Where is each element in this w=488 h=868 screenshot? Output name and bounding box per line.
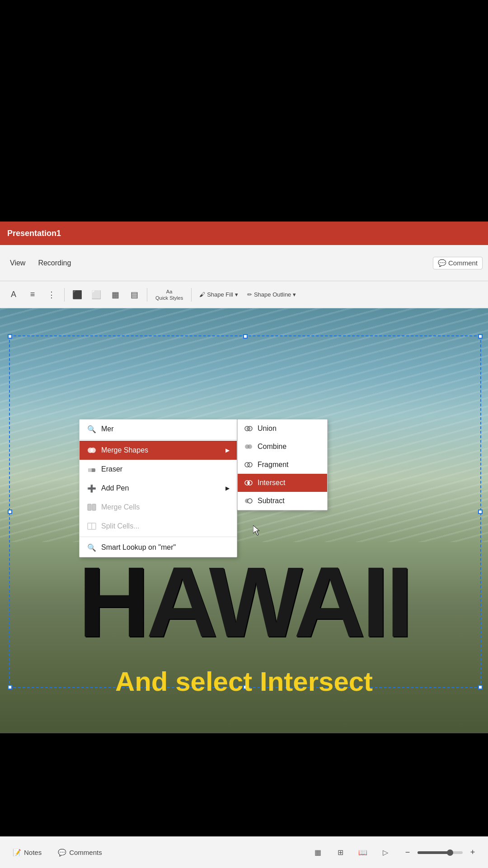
context-menu-item-smart-lookup[interactable]: 🔍 Smart Lookup on "mer"	[80, 538, 237, 557]
eraser-icon	[87, 464, 97, 474]
zoom-slider-fill	[418, 851, 449, 854]
svg-rect-5	[92, 504, 96, 510]
comment-button[interactable]: 💬 Comment	[433, 257, 483, 269]
smart-lookup-icon: 🔍	[87, 542, 97, 552]
align-justify-button[interactable]: ▤	[126, 287, 142, 303]
zoom-in-button[interactable]: +	[466, 846, 479, 859]
font-color-button[interactable]: A	[5, 287, 22, 303]
context-separator-1	[80, 439, 237, 440]
handle-mid-left[interactable]	[8, 509, 12, 514]
split-cells-icon	[87, 521, 97, 531]
zoom-slider[interactable]	[418, 851, 463, 854]
shape-fill-label: Shape Fill	[207, 291, 233, 298]
bottom-black-area	[0, 733, 488, 819]
submenu-combine-label: Combine	[258, 443, 286, 451]
align-right-button[interactable]: ▦	[107, 287, 123, 303]
slide-show-button[interactable]: ▷	[379, 846, 392, 859]
top-black-area	[0, 0, 488, 222]
zoom-out-button[interactable]: −	[401, 846, 414, 859]
intersect-icon	[244, 478, 253, 487]
shape-fill-icon: 🖌	[199, 291, 205, 298]
submenu-item-union[interactable]: Union	[238, 420, 327, 438]
merge-shapes-icon	[87, 445, 97, 455]
slide-background: HAWAII And select Intersect	[0, 308, 488, 733]
context-smart-lookup-label: Smart Lookup on "mer"	[101, 543, 176, 552]
svg-point-17	[248, 499, 252, 503]
handle-top-left[interactable]	[8, 334, 12, 339]
svg-point-13	[248, 462, 252, 467]
tab-view[interactable]: View	[5, 257, 30, 269]
merge-shapes-arrow: ▶	[225, 447, 230, 453]
quick-styles-label: Quick Styles	[155, 295, 183, 301]
shape-outline-icon: ✏	[247, 291, 252, 298]
handle-top-right[interactable]	[478, 334, 483, 339]
comments-icon: 💬	[58, 849, 66, 857]
comments-button[interactable]: 💬 Comments	[54, 847, 106, 859]
submenu-intersect-label: Intersect	[258, 479, 285, 487]
toolbar-separator-1	[64, 288, 65, 302]
toolbar: A ≡ ⋮ ⬛ ⬜ ▦ ▤ Aa Quick Styles 🖌 Shape Fi…	[0, 281, 488, 308]
comments-label: Comments	[69, 849, 102, 856]
search-icon: 🔍	[87, 424, 97, 434]
notes-label: Notes	[24, 849, 42, 856]
align-center-button[interactable]: ⬜	[88, 287, 104, 303]
handle-top-center[interactable]	[243, 334, 248, 339]
svg-point-1	[90, 448, 96, 453]
notes-icon: 📝	[13, 849, 21, 857]
reading-view-button[interactable]: 📖	[356, 846, 370, 859]
context-menu-item-eraser[interactable]: Eraser	[80, 460, 237, 479]
bullet-list-button[interactable]: ≡	[24, 287, 41, 303]
comment-icon: 💬	[438, 259, 446, 267]
context-menu-item-merge-shapes[interactable]: Merge Shapes ▶	[80, 441, 237, 460]
slide-sorter-button[interactable]: ⊞	[333, 846, 347, 859]
context-menu-item-split-cells[interactable]: Split Cells...	[80, 517, 237, 536]
submenu-merge-shapes: Union Combine Fragment Intersect	[237, 419, 328, 510]
context-menu-item-add-pen[interactable]: ➕ Add Pen ▶	[80, 479, 237, 498]
normal-view-button[interactable]: ▦	[311, 846, 324, 859]
numbered-list-button[interactable]: ⋮	[43, 287, 60, 303]
add-pen-icon: ➕	[87, 483, 97, 493]
submenu-union-label: Union	[258, 425, 277, 433]
submenu-item-combine[interactable]: Combine	[238, 438, 327, 456]
toolbar-separator-3	[191, 288, 192, 302]
ribbon-tabs: View Recording 💬 Comment	[0, 245, 488, 281]
combine-icon	[244, 442, 253, 451]
context-merge-cells-label: Merge Cells	[101, 503, 140, 511]
context-menu-item-mer[interactable]: 🔍 Mer	[80, 420, 237, 439]
quick-styles-icon: Aa	[166, 289, 172, 294]
align-left-button[interactable]: ⬛	[69, 287, 85, 303]
submenu-item-fragment[interactable]: Fragment	[238, 456, 327, 474]
context-mer-label: Mer	[101, 425, 114, 433]
app-title: Presentation1	[7, 229, 61, 238]
svg-point-11	[248, 444, 252, 449]
notes-button[interactable]: 📝 Notes	[9, 847, 45, 859]
context-add-pen-label: Add Pen	[101, 484, 129, 492]
add-pen-arrow: ▶	[225, 485, 230, 491]
title-bar: Presentation1	[0, 222, 488, 245]
context-merge-shapes-label: Merge Shapes	[101, 446, 148, 454]
quick-styles-button[interactable]: Aa Quick Styles	[152, 288, 187, 302]
slide-area: HAWAII And select Intersect 🔍 Mer	[0, 308, 488, 733]
svg-rect-3	[88, 468, 92, 472]
subtract-icon	[244, 496, 253, 505]
handle-mid-right[interactable]	[478, 509, 483, 514]
context-separator-2	[80, 537, 237, 537]
zoom-slider-thumb[interactable]	[447, 849, 453, 856]
shape-outline-button[interactable]: ✏ Shape Outline ▾	[244, 290, 299, 299]
shape-outline-label: Shape Outline	[254, 291, 291, 298]
svg-rect-4	[88, 504, 91, 510]
fragment-icon	[244, 460, 253, 469]
submenu-subtract-label: Subtract	[258, 497, 285, 505]
tab-recording[interactable]: Recording	[33, 257, 75, 269]
bottom-status-bar: 📝 Notes 💬 Comments ▦ ⊞ 📖 ▷ − +	[0, 836, 488, 868]
union-icon	[244, 424, 253, 433]
shape-outline-arrow: ▾	[293, 291, 296, 298]
shape-fill-button[interactable]: 🖌 Shape Fill ▾	[196, 290, 241, 299]
context-eraser-label: Eraser	[101, 465, 122, 473]
subtitle-text: And select Intersect	[0, 666, 488, 697]
context-menu: 🔍 Mer Merge Shapes ▶ Eraser	[79, 419, 237, 557]
comment-label: Comment	[448, 259, 478, 267]
context-menu-item-merge-cells[interactable]: Merge Cells	[80, 498, 237, 517]
submenu-item-subtract[interactable]: Subtract	[238, 492, 327, 510]
submenu-item-intersect[interactable]: Intersect	[238, 474, 327, 492]
